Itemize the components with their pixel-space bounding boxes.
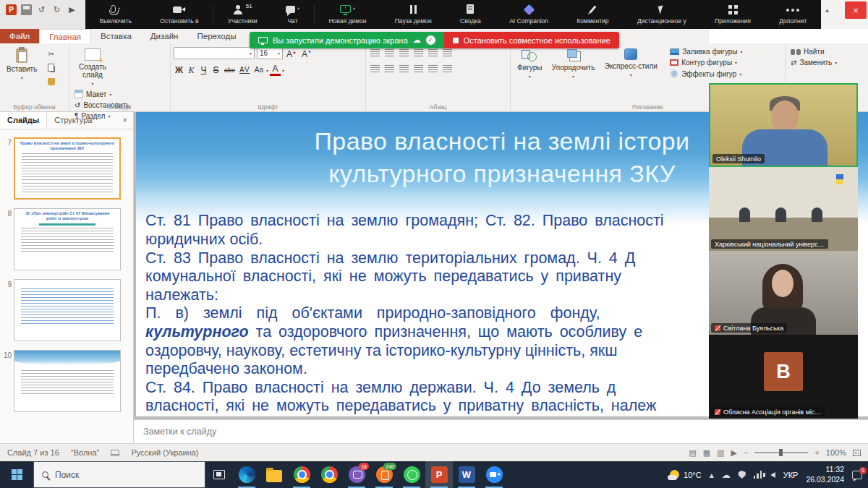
change-case-button[interactable]: Аа bbox=[253, 64, 265, 76]
zoom-in-button[interactable]: + bbox=[814, 448, 819, 457]
justify-button[interactable] bbox=[412, 64, 425, 74]
normal-view-button[interactable]: ▤ bbox=[689, 448, 696, 458]
fit-to-window-button[interactable] bbox=[853, 450, 861, 456]
orange-app-button[interactable]: 240 bbox=[370, 461, 398, 488]
shapes-button[interactable]: Фигуры ▾ bbox=[514, 46, 545, 81]
whatsapp-button[interactable] bbox=[398, 461, 425, 488]
start-button[interactable] bbox=[0, 461, 33, 488]
powerpoint-button[interactable]: P bbox=[425, 461, 453, 488]
redo-icon[interactable]: ↻ bbox=[51, 4, 62, 15]
reading-view-button[interactable]: ▥ bbox=[717, 448, 724, 458]
video-tile-active-speaker[interactable]: Oleksii Shumilo bbox=[709, 83, 858, 167]
tab-transitions[interactable]: Переходы bbox=[187, 29, 245, 43]
columns-button[interactable] bbox=[427, 64, 439, 74]
align-left-button[interactable] bbox=[369, 64, 381, 74]
zoom-level[interactable]: 100% bbox=[826, 448, 846, 457]
new-slide-button[interactable]: Создать слайд ▾ bbox=[72, 46, 113, 88]
zoom-slider[interactable] bbox=[754, 452, 808, 453]
stop-share-button[interactable]: Остановить совместное использование bbox=[444, 32, 619, 48]
taskbar-search[interactable]: Поиск bbox=[33, 461, 205, 488]
slide-thumbnail-9[interactable]: 9 bbox=[1, 279, 121, 341]
apps-button[interactable]: Приложения bbox=[700, 0, 765, 29]
cut-button[interactable]: ✂ bbox=[45, 48, 58, 60]
more-button[interactable]: Дополнит bbox=[765, 0, 821, 29]
quick-styles-button[interactable]: Экспресс-стили ▾ bbox=[601, 46, 661, 80]
close-window-button[interactable]: × bbox=[845, 1, 867, 19]
tab-insert[interactable]: Вставка bbox=[91, 29, 141, 43]
word-button[interactable]: W bbox=[453, 461, 480, 488]
zoom-out-button[interactable]: − bbox=[744, 448, 748, 457]
edge-button[interactable] bbox=[233, 461, 260, 488]
decrease-indent-button[interactable] bbox=[398, 48, 410, 59]
slide-sorter-button[interactable]: ▦ bbox=[703, 448, 710, 458]
format-painter-button[interactable] bbox=[45, 75, 58, 87]
bold-button[interactable]: Ж bbox=[174, 64, 184, 76]
copy-button[interactable] bbox=[45, 61, 58, 74]
numbering-button[interactable] bbox=[383, 48, 396, 59]
ai-companion-button[interactable]: AI Companion bbox=[495, 0, 562, 29]
pause-share-button[interactable]: Пауза демон bbox=[380, 0, 446, 29]
font-size-select[interactable]: 16▾ bbox=[257, 47, 283, 59]
italic-button[interactable]: К bbox=[186, 64, 197, 76]
video-tile[interactable]: Світлана Буяльська bbox=[709, 251, 858, 335]
collapse-ribbon-icon[interactable]: ▴ bbox=[825, 6, 829, 14]
tab-home[interactable]: Главная bbox=[39, 29, 91, 43]
viber-button[interactable]: 18 bbox=[343, 461, 370, 488]
shape-outline-button[interactable]: Контур фигуры▾ bbox=[668, 57, 744, 68]
shape-fill-button[interactable]: Заливка фигуры▾ bbox=[668, 46, 744, 57]
font-color-button[interactable]: А bbox=[270, 64, 281, 76]
chrome-button[interactable] bbox=[288, 461, 315, 488]
tab-design[interactable]: Дизайн bbox=[141, 29, 188, 43]
slide-thumbnail-10[interactable]: 10 bbox=[1, 350, 121, 412]
tab-slides[interactable]: Слайды bbox=[0, 112, 47, 129]
section-button[interactable]: ¶Раздел▾ bbox=[72, 111, 132, 121]
chat-button[interactable]: ▴ Чат bbox=[271, 0, 313, 29]
save-icon[interactable] bbox=[21, 4, 32, 15]
hidden-icons-button[interactable]: ▴ bbox=[710, 470, 714, 480]
participants-button[interactable]: 51 Участники bbox=[213, 0, 271, 29]
annotate-button[interactable]: Комментир bbox=[563, 0, 624, 29]
align-right-button[interactable] bbox=[398, 64, 410, 74]
language-indicator[interactable]: Русский (Украина) bbox=[131, 448, 198, 457]
onedrive-cloud-icon[interactable]: ☁ bbox=[722, 470, 731, 480]
slide-thumbnail-8[interactable]: 8 ЗУ «Про землеустрій» Ст. 67 Фінансуван… bbox=[1, 208, 121, 270]
volume-icon[interactable] bbox=[770, 472, 775, 478]
notifications-icon[interactable]: 1 bbox=[852, 471, 862, 479]
notes-pane[interactable]: Заметки к слайду bbox=[134, 419, 868, 443]
video-tile[interactable]: Харківський національний універс… bbox=[709, 167, 858, 251]
paste-button[interactable]: Вставить ▾ bbox=[3, 46, 41, 82]
video-tile[interactable]: В Обласна Асоціація органів міс… bbox=[709, 335, 858, 419]
slideshow-button[interactable]: ▶ bbox=[731, 448, 737, 458]
shape-effects-button[interactable]: Эффекты фигур▾ bbox=[668, 68, 744, 80]
slideshow-icon[interactable]: ▶ bbox=[67, 4, 77, 15]
weather-widget[interactable]: 10°C bbox=[670, 470, 702, 479]
zoom-slider-thumb[interactable] bbox=[779, 449, 783, 456]
underline-button[interactable]: Ч bbox=[198, 64, 209, 76]
text-direction-button[interactable] bbox=[441, 48, 454, 59]
new-share-button[interactable]: ↑▴ Новая демон bbox=[315, 0, 380, 29]
file-explorer-button[interactable] bbox=[260, 461, 288, 488]
chrome-profile-button[interactable] bbox=[315, 461, 343, 488]
layout-button[interactable]: Макет▾ bbox=[72, 88, 132, 100]
remote-control-button[interactable]: Дистанционное у bbox=[623, 0, 700, 29]
mute-button[interactable]: ▴ Выключить bbox=[85, 0, 146, 29]
language-switcher[interactable]: УКР bbox=[783, 471, 799, 479]
character-spacing-button[interactable]: AV bbox=[238, 64, 252, 76]
security-shield-icon[interactable] bbox=[739, 471, 746, 479]
replace-button[interactable]: ⇄Заменить▾ bbox=[788, 57, 865, 68]
slide-thumbnail-7[interactable]: 7 Право власності на землі історико-куль… bbox=[1, 137, 121, 200]
arrange-button[interactable]: Упорядочить ▾ bbox=[548, 46, 599, 81]
find-button[interactable]: Найти bbox=[788, 46, 865, 57]
tab-file[interactable]: Файл bbox=[0, 29, 39, 43]
strikethrough-button[interactable]: S bbox=[210, 64, 221, 76]
smartart-button[interactable] bbox=[441, 64, 454, 74]
line-spacing-button[interactable] bbox=[427, 48, 439, 59]
clock[interactable]: 11:32 26.03.2024 bbox=[806, 465, 844, 484]
summary-button[interactable]: Сводка bbox=[446, 0, 495, 29]
increase-indent-button[interactable] bbox=[412, 48, 425, 59]
undo-icon[interactable]: ↺ bbox=[36, 4, 47, 15]
stop-video-button[interactable]: ▴ Остановить в bbox=[146, 0, 213, 29]
zoom-app-button[interactable] bbox=[480, 461, 508, 488]
text-shadow-button[interactable]: abe bbox=[223, 64, 237, 76]
font-name-select[interactable]: ▾ bbox=[174, 47, 255, 59]
